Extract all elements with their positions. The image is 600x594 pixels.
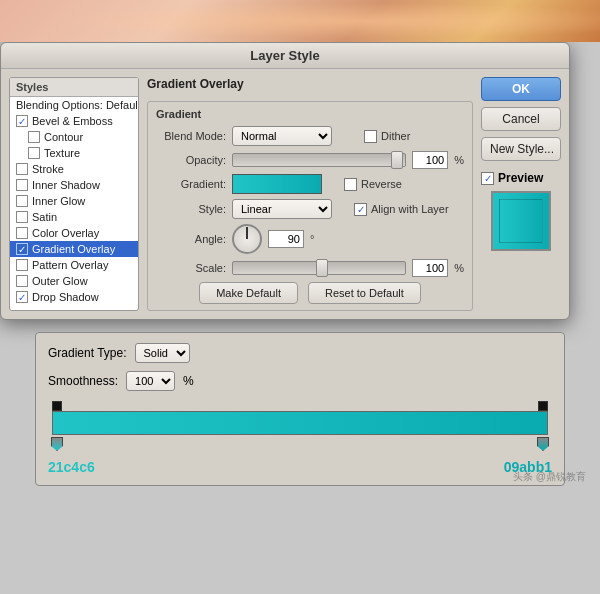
color-stop-right[interactable] [537, 437, 549, 451]
gradient-overlay-label: Gradient Overlay [32, 243, 115, 255]
reset-to-default-button[interactable]: Reset to Default [308, 282, 421, 304]
preview-box [491, 191, 551, 251]
inner-glow-label: Inner Glow [32, 195, 85, 207]
texture-checkbox[interactable] [28, 147, 40, 159]
blend-mode-label: Blend Mode: [156, 130, 226, 142]
gradient-type-label: Gradient Type: [48, 346, 127, 360]
smoothness-unit: % [183, 374, 194, 388]
sidebar-item-satin[interactable]: Satin [10, 209, 138, 225]
align-layer-checkbox[interactable] [354, 203, 367, 216]
scale-unit: % [454, 262, 464, 274]
scale-slider-container [232, 261, 406, 275]
opacity-row: Opacity: % [156, 151, 464, 169]
blend-mode-row: Blend Mode: Normal Dither [156, 126, 464, 146]
blend-mode-dropdown[interactable]: Normal [232, 126, 332, 146]
sidebar-item-drop-shadow[interactable]: ✓ Drop Shadow [10, 289, 138, 305]
smoothness-dropdown[interactable]: 100 [126, 371, 175, 391]
angle-row: Angle: ° [156, 224, 464, 254]
sidebar-item-outer-glow[interactable]: Outer Glow [10, 273, 138, 289]
cancel-button[interactable]: Cancel [481, 107, 561, 131]
opacity-input[interactable] [412, 151, 448, 169]
satin-checkbox[interactable] [16, 211, 28, 223]
gradient-bar[interactable] [52, 411, 548, 435]
right-buttons-panel: OK Cancel New Style... Preview [481, 77, 561, 311]
pattern-overlay-checkbox[interactable] [16, 259, 28, 271]
section-title: Gradient Overlay [147, 77, 473, 91]
inner-shadow-label: Inner Shadow [32, 179, 100, 191]
opacity-slider-container [232, 153, 406, 167]
gradient-overlay-checkbox[interactable]: ✓ [16, 243, 28, 255]
group-label: Gradient [156, 108, 464, 120]
sidebar-item-texture[interactable]: Texture [10, 145, 138, 161]
opacity-slider-thumb[interactable] [391, 151, 403, 169]
drop-shadow-label: Drop Shadow [32, 291, 99, 303]
sidebar-item-inner-glow[interactable]: Inner Glow [10, 193, 138, 209]
left-color-hex: 21c4c6 [48, 459, 95, 475]
gradient-group: Gradient Blend Mode: Normal Dither Opaci… [147, 101, 473, 311]
reverse-label: Reverse [361, 178, 402, 190]
stroke-label: Stroke [32, 163, 64, 175]
sidebar-item-inner-shadow[interactable]: Inner Shadow [10, 177, 138, 193]
angle-unit: ° [310, 233, 314, 245]
smoothness-row: Smoothness: 100 % [48, 371, 552, 391]
drop-shadow-checkbox[interactable]: ✓ [16, 291, 28, 303]
align-layer-label: Align with Layer [371, 203, 449, 215]
opacity-unit: % [454, 154, 464, 166]
preview-checkbox[interactable] [481, 172, 494, 185]
dither-checkbox[interactable] [364, 130, 377, 143]
scale-input[interactable] [412, 259, 448, 277]
gradient-type-row: Gradient Type: Solid [48, 343, 552, 363]
sidebar-item-gradient-overlay[interactable]: ✓ Gradient Overlay [10, 241, 138, 257]
reverse-checkbox-row: Reverse [344, 178, 402, 191]
angle-label: Angle: [156, 233, 226, 245]
scale-row: Scale: % [156, 259, 464, 277]
opacity-label: Opacity: [156, 154, 226, 166]
sidebar-item-pattern-overlay[interactable]: Pattern Overlay [10, 257, 138, 273]
outer-glow-label: Outer Glow [32, 275, 88, 287]
style-label: Style: [156, 203, 226, 215]
sidebar-item-color-overlay[interactable]: Color Overlay [10, 225, 138, 241]
opacity-slider[interactable] [232, 153, 406, 167]
scale-slider-thumb[interactable] [316, 259, 328, 277]
gradient-row: Gradient: Reverse [156, 174, 464, 194]
angle-dial-line [246, 227, 248, 239]
blending-options-label: Blending Options: Default [16, 99, 139, 111]
opacity-stop-right[interactable] [538, 401, 548, 411]
bevel-emboss-checkbox[interactable]: ✓ [16, 115, 28, 127]
gradient-editor-panel: Gradient Type: Solid Smoothness: 100 % [35, 332, 565, 486]
opacity-stops-row [52, 399, 548, 411]
color-stop-left[interactable] [51, 437, 63, 451]
color-overlay-checkbox[interactable] [16, 227, 28, 239]
angle-dial[interactable] [232, 224, 262, 254]
angle-input[interactable] [268, 230, 304, 248]
satin-label: Satin [32, 211, 57, 223]
top-decorative-image [0, 0, 600, 42]
sidebar-item-blending-options[interactable]: Blending Options: Default [10, 97, 138, 113]
layer-style-dialog: Layer Style Styles Blending Options: Def… [0, 42, 570, 320]
outer-glow-checkbox[interactable] [16, 275, 28, 287]
reverse-checkbox[interactable] [344, 178, 357, 191]
preview-label: Preview [498, 171, 543, 185]
main-content: Gradient Overlay Gradient Blend Mode: No… [147, 77, 473, 311]
stroke-checkbox[interactable] [16, 163, 28, 175]
color-stops-row [52, 435, 548, 451]
style-dropdown[interactable]: Linear [232, 199, 332, 219]
gradient-type-dropdown[interactable]: Solid [135, 343, 190, 363]
sidebar-item-bevel-emboss[interactable]: ✓ Bevel & Emboss [10, 113, 138, 129]
contour-checkbox[interactable] [28, 131, 40, 143]
sidebar-item-contour[interactable]: Contour [10, 129, 138, 145]
new-style-button[interactable]: New Style... [481, 137, 561, 161]
texture-label: Texture [44, 147, 80, 159]
sidebar-header: Styles [10, 78, 138, 97]
scale-label: Scale: [156, 262, 226, 274]
sidebar-item-stroke[interactable]: Stroke [10, 161, 138, 177]
gradient-label: Gradient: [156, 178, 226, 190]
inner-glow-checkbox[interactable] [16, 195, 28, 207]
gradient-preview-swatch[interactable] [232, 174, 322, 194]
make-default-button[interactable]: Make Default [199, 282, 298, 304]
opacity-stop-left[interactable] [52, 401, 62, 411]
inner-shadow-checkbox[interactable] [16, 179, 28, 191]
ok-button[interactable]: OK [481, 77, 561, 101]
dialog-title: Layer Style [1, 43, 569, 69]
scale-slider[interactable] [232, 261, 406, 275]
